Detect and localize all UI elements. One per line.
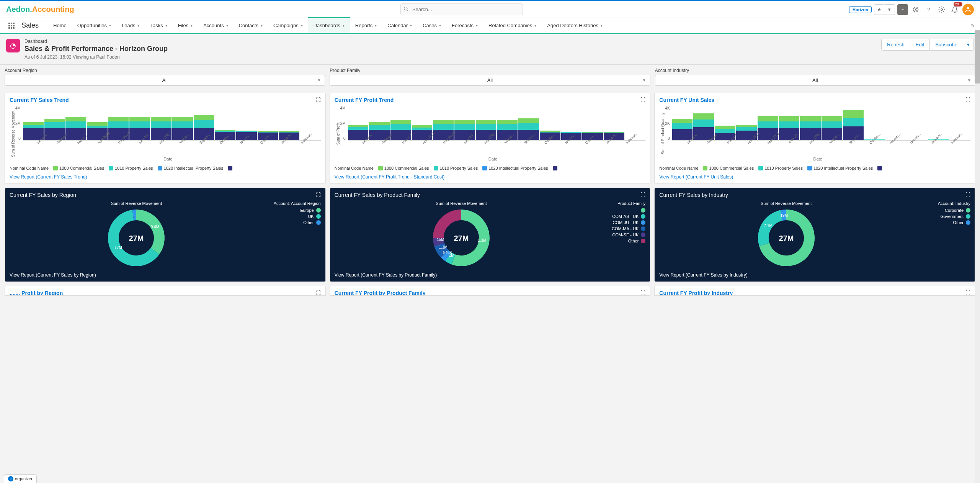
edit-nav-icon[interactable]: ✎	[970, 23, 975, 28]
legend-item[interactable]: Other	[267, 220, 321, 225]
nav-item-opportunities[interactable]: Opportunities▾	[72, 18, 116, 33]
card-title: Current FY Profit Trend	[335, 97, 646, 103]
svg-point-0	[404, 7, 407, 10]
add-button[interactable]: ＋	[897, 4, 908, 15]
legend-item[interactable]	[228, 166, 232, 170]
app-launcher-icon[interactable]	[6, 20, 17, 31]
expand-icon[interactable]: ⛶	[965, 290, 970, 296]
view-report-link[interactable]: View Report (Current FY Sales by Industr…	[659, 272, 747, 278]
nav-item-reports[interactable]: Reports▾	[350, 18, 382, 33]
nav-item-tasks[interactable]: Tasks▾	[145, 18, 172, 33]
legend-item[interactable]: Other	[592, 239, 645, 243]
nav-item-home[interactable]: Home	[48, 18, 72, 33]
filter-select-1[interactable]: All▼	[330, 75, 650, 86]
expand-icon[interactable]: ⛶	[965, 192, 970, 198]
refresh-button[interactable]: Refresh	[881, 39, 910, 51]
svg-text:17M: 17M	[115, 246, 122, 250]
legend-item[interactable]: 1020 Intellectual Property Sales	[482, 166, 548, 170]
donut-segment[interactable]	[136, 215, 159, 251]
nav-item-leads[interactable]: Leads▾	[116, 18, 145, 33]
donut-subtitle: Sum of Reverse Movement	[761, 201, 812, 206]
view-report-link[interactable]: View Report (Current FY Unit Sales)	[659, 174, 733, 180]
expand-icon[interactable]: ⛶	[316, 290, 321, 296]
user-avatar[interactable]	[962, 4, 974, 15]
nav-item-aged-debtors-histories[interactable]: Aged Debtors Histories▾	[542, 18, 608, 33]
expand-icon[interactable]: ⛶	[965, 97, 970, 103]
filter-label: Account Industry	[655, 68, 975, 73]
card-sales: Current FY Sales Trend⛶Sum of Reverse Mo…	[5, 93, 326, 184]
expand-icon[interactable]: ⛶	[640, 97, 645, 103]
nav-item-calendar[interactable]: Calendar▾	[382, 18, 417, 33]
subscribe-button[interactable]: Subscribe	[929, 39, 963, 51]
legend-item[interactable]	[877, 166, 882, 170]
page-header: ◔ Dashboard Sales & Profit Performance -…	[0, 34, 980, 65]
filter-select-0[interactable]: All▼	[5, 75, 325, 86]
chevron-down-icon: ▾	[410, 23, 412, 28]
favorite-dropdown[interactable]: ▾	[884, 4, 895, 15]
legend-item[interactable]: COM-AS - UK	[592, 214, 645, 219]
dashboard-filters: Account RegionAll▼Product FamilyAll▼Acco…	[0, 65, 980, 89]
legend-item[interactable]	[553, 166, 557, 170]
expand-icon[interactable]: ⛶	[640, 290, 645, 296]
edit-button[interactable]: Edit	[910, 39, 929, 51]
legend-item[interactable]: COM-MA - UK	[592, 226, 645, 231]
legend-item[interactable]: Government	[917, 214, 970, 219]
legend-item[interactable]: 1010 Property Sales	[109, 166, 153, 170]
legend-item[interactable]: COM-SE - UK	[592, 232, 645, 237]
nav-item-related-companies[interactable]: Related Companies▾	[483, 18, 542, 33]
legend-item[interactable]: 1010 Property Sales	[758, 166, 803, 170]
legend-item[interactable]: Europe	[267, 208, 321, 213]
nav-item-contacts[interactable]: Contacts▾	[234, 18, 268, 33]
scroll-thumb[interactable]	[975, 30, 980, 84]
view-report-link[interactable]: View Report (Current FY Profit Trend - S…	[335, 174, 445, 180]
guidance-icon[interactable]	[910, 4, 921, 15]
notifications-icon[interactable]: 20+	[949, 4, 960, 15]
svg-text:7.1M: 7.1M	[764, 224, 772, 228]
card-title: Current FY Sales Trend	[10, 97, 321, 103]
view-report-link[interactable]: View Report (Current FY Sales Trend)	[10, 174, 87, 180]
filter-select-2[interactable]: All▼	[655, 75, 975, 86]
help-icon[interactable]: ?	[923, 4, 934, 15]
legend-item[interactable]: UK	[267, 214, 321, 219]
view-report-link[interactable]: View Report (Current FY Sales by Product…	[335, 272, 437, 278]
legend-item[interactable]: 1010 Property Sales	[434, 166, 478, 170]
card-title: Current FY Sales by Region	[10, 192, 321, 198]
view-report-link[interactable]: View Report (Current FY Sales by Region)	[10, 272, 96, 278]
search-input[interactable]	[400, 3, 523, 15]
chevron-down-icon: ▾	[476, 23, 478, 28]
card-title: Current FY Unit Sales	[659, 97, 970, 103]
legend-item[interactable]: Other	[917, 220, 970, 225]
expand-icon[interactable]: ⛶	[640, 192, 645, 198]
chevron-down-icon: ▾	[301, 23, 303, 28]
nav-item-dashboards[interactable]: Dashboards▾	[308, 17, 350, 33]
legend-item[interactable]: Corporate	[917, 208, 970, 213]
more-actions-button[interactable]: ▾	[963, 39, 974, 51]
expand-icon[interactable]: ⛶	[316, 192, 321, 198]
nav-item-files[interactable]: Files▾	[173, 18, 198, 33]
nav-item-campaigns[interactable]: Campaigns▾	[268, 18, 308, 33]
favorite-button[interactable]: ★	[874, 4, 885, 15]
nav-item-accounts[interactable]: Accounts▾	[198, 18, 233, 33]
donut-segment[interactable]	[133, 215, 136, 215]
legend-title: Account: Account Region	[267, 201, 321, 206]
legend-item[interactable]: 1000 Commercial Sales	[703, 166, 754, 170]
legend-item[interactable]: 1020 Intellectual Property Sales	[807, 166, 873, 170]
chevron-down-icon: ▾	[534, 23, 536, 28]
dashboard-icon: ◔	[6, 39, 20, 52]
org-badge[interactable]: Horizon	[849, 6, 872, 13]
nav-item-forecasts[interactable]: Forecasts▾	[446, 18, 483, 33]
x-axis-label: Date	[15, 157, 321, 161]
setup-icon[interactable]	[936, 4, 947, 15]
card-title: Current FY Sales by Product Family	[335, 192, 646, 198]
legend-item[interactable]: COM-JU - UK	[592, 220, 645, 225]
legend-item[interactable]: 1020 Intellectual Property Sales	[158, 166, 223, 170]
expand-icon[interactable]: ⛶	[316, 97, 321, 103]
legend-label: Nominal Code Name	[335, 166, 374, 170]
legend-item[interactable]: 1000 Commercial Sales	[378, 166, 429, 170]
nav-item-cases[interactable]: Cases▾	[417, 18, 446, 33]
legend-item[interactable]: -	[592, 208, 645, 213]
legend-item[interactable]: 1000 Commercial Sales	[53, 166, 104, 170]
donut-subtitle: Sum of Reverse Movement	[111, 201, 162, 206]
chevron-down-icon: ▾	[191, 23, 193, 28]
scrollbar[interactable]	[975, 30, 980, 300]
